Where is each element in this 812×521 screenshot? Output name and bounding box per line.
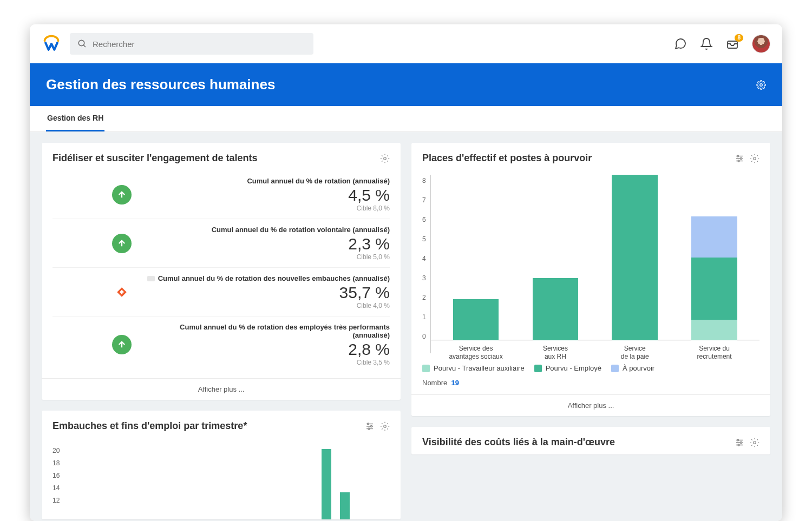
y-tick: 6 <box>422 216 426 223</box>
page-header: Gestion des ressources humaines <box>30 63 782 106</box>
top-bar: 8 <box>30 24 782 63</box>
legend-item[interactable]: À pourvoir <box>611 364 654 372</box>
legend-item[interactable]: Pourvu - Employé <box>534 364 601 372</box>
search-input[interactable] <box>93 39 306 49</box>
kpi-target: Cible 4,0 % <box>141 302 390 309</box>
trend-up-icon <box>112 185 132 205</box>
header-gear-icon[interactable] <box>756 80 766 90</box>
kpi-row[interactable]: Cumul annuel du % de rotation des nouvel… <box>53 267 390 316</box>
svg-point-17 <box>741 157 742 159</box>
gear-icon[interactable] <box>750 154 759 163</box>
inbox-badge: 8 <box>735 34 743 42</box>
kpi-list: Cumul annuel du % de rotation (annualisé… <box>42 170 401 378</box>
show-more-link[interactable]: Afficher plus ... <box>411 394 770 416</box>
y-tick: 2 <box>422 294 426 301</box>
svg-point-18 <box>738 160 739 162</box>
kpi-value: 35,7 % <box>141 283 390 302</box>
kpi-row[interactable]: Cumul annuel du % de rotation des employ… <box>53 316 390 373</box>
kpi-value: 4,5 % <box>141 186 390 205</box>
app-window: 8 Gestion des ressources humaines Gestio… <box>30 24 782 521</box>
kpi-target: Cible 8,0 % <box>141 205 390 212</box>
y-tick: 5 <box>422 235 426 243</box>
bar <box>340 492 350 519</box>
chart-legend: Pourvu - Travailleur auxiliaire Pourvu -… <box>422 364 759 372</box>
card-title: Fidéliser et susciter l'engagement de ta… <box>53 153 257 164</box>
search-icon <box>77 39 87 49</box>
topbar-actions: 8 <box>674 35 770 53</box>
svg-point-25 <box>738 444 739 446</box>
y-tick: 12 <box>53 497 60 504</box>
card-hires-terms: Embauches et fins d'emploi par trimestre… <box>42 411 401 519</box>
tab-gestion-rh[interactable]: Gestion des RH <box>46 106 104 131</box>
bar-stack[interactable] <box>691 216 737 340</box>
sliders-icon[interactable] <box>735 154 744 163</box>
dashboard-content: Fidéliser et susciter l'engagement de ta… <box>30 132 782 521</box>
x-label: Service de la paie <box>603 345 666 361</box>
x-label: Service des avantages sociaux <box>444 345 507 361</box>
svg-point-12 <box>384 425 387 427</box>
bell-icon[interactable] <box>700 37 713 50</box>
card-headcount: Places d'effectif et postes à pourvoir 8… <box>411 143 770 416</box>
avatar[interactable] <box>752 35 770 53</box>
svg-point-9 <box>368 423 369 425</box>
inbox-icon[interactable]: 8 <box>726 37 739 50</box>
card-retention: Fidéliser et susciter l'engagement de ta… <box>42 143 401 400</box>
show-more-link[interactable]: Afficher plus ... <box>42 378 401 400</box>
svg-point-10 <box>371 425 372 427</box>
svg-point-11 <box>368 428 370 430</box>
page-title: Gestion des ressources humaines <box>46 76 275 93</box>
svg-point-26 <box>754 441 756 444</box>
y-tick: 4 <box>422 255 426 262</box>
sliders-icon[interactable] <box>365 421 375 431</box>
y-tick: 20 <box>53 447 60 454</box>
search-box[interactable] <box>70 33 313 55</box>
y-tick: 8 <box>422 177 426 184</box>
kpi-label: Cumul annuel du % de rotation (annualisé… <box>141 177 390 185</box>
legend-item[interactable]: Pourvu - Travailleur auxiliaire <box>422 364 525 372</box>
tab-bar: Gestion des RH <box>30 106 782 132</box>
kpi-row[interactable]: Cumul annuel du % de rotation volontaire… <box>53 219 390 267</box>
svg-point-24 <box>741 441 742 443</box>
svg-line-1 <box>83 45 86 47</box>
y-tick: 0 <box>422 333 426 340</box>
kpi-target: Cible 3,5 % <box>141 359 390 366</box>
y-tick: 3 <box>422 274 426 282</box>
kpi-target: Cible 5,0 % <box>141 253 390 261</box>
y-tick: 18 <box>53 459 60 467</box>
y-tick: 7 <box>422 196 426 204</box>
kpi-label: Cumul annuel du % de rotation volontaire… <box>141 226 390 234</box>
gear-icon[interactable] <box>380 421 390 431</box>
svg-point-16 <box>737 155 739 157</box>
kpi-row[interactable]: Cumul annuel du % de rotation (annualisé… <box>53 170 390 219</box>
hires-chart: 20 18 16 14 12 <box>42 438 401 519</box>
flag-icon <box>147 276 155 281</box>
chat-icon[interactable] <box>674 37 687 50</box>
workday-logo[interactable] <box>42 34 61 54</box>
kpi-value: 2,8 % <box>141 340 390 359</box>
x-label: Services aux RH <box>523 345 587 361</box>
sliders-icon[interactable] <box>735 438 744 447</box>
headcount-chart: 8 7 6 5 4 3 2 1 0 <box>411 170 770 394</box>
bar-stack[interactable] <box>453 299 499 341</box>
x-label: Service du recrutement <box>683 345 746 361</box>
count-summary: Nombre 19 <box>422 379 759 387</box>
card-title: Visibilité des coûts liés à la main-d'œu… <box>422 437 615 448</box>
gear-icon[interactable] <box>750 438 759 447</box>
y-tick: 16 <box>53 472 60 479</box>
kpi-label: Cumul annuel du % de rotation des nouvel… <box>141 274 390 282</box>
y-tick: 1 <box>422 313 426 321</box>
svg-rect-2 <box>728 41 737 48</box>
svg-point-23 <box>737 439 739 441</box>
bar-stack[interactable] <box>612 175 658 340</box>
bar-stack[interactable] <box>533 278 579 340</box>
kpi-label: Cumul annuel du % de rotation des employ… <box>141 323 390 339</box>
trend-alert-icon <box>112 282 132 302</box>
svg-point-19 <box>754 157 756 160</box>
trend-up-icon <box>112 335 132 354</box>
y-tick: 14 <box>53 484 60 492</box>
gear-icon[interactable] <box>380 154 390 163</box>
trend-up-icon <box>112 234 132 253</box>
card-title: Embauches et fins d'emploi par trimestre… <box>53 420 247 432</box>
kpi-value: 2,3 % <box>141 235 390 253</box>
svg-point-3 <box>760 83 763 86</box>
